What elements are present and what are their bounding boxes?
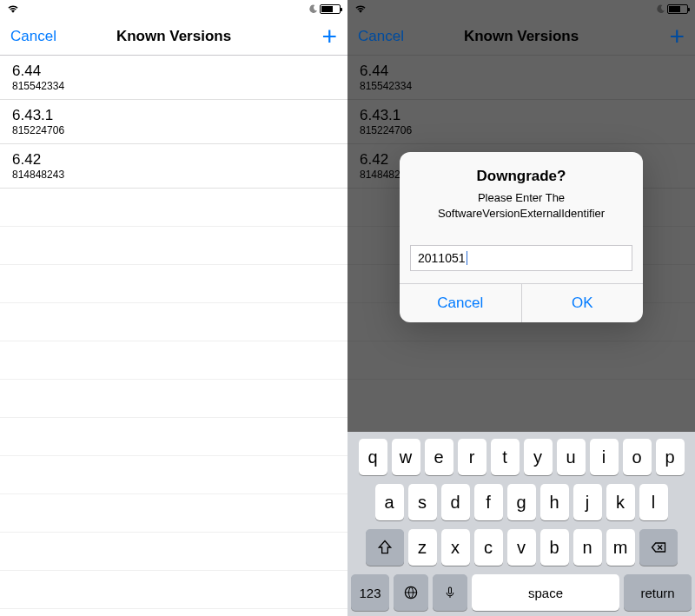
version-id: 815542334 (12, 80, 335, 94)
keyboard-row-2: a s d f g h j k l (351, 484, 692, 520)
svg-rect-1 (449, 587, 452, 594)
key-u[interactable]: u (557, 439, 586, 475)
key-b[interactable]: b (540, 529, 569, 566)
key-o[interactable]: o (623, 439, 652, 475)
empty-row (0, 533, 348, 571)
version-row[interactable]: 6.44 815542334 (0, 56, 348, 100)
version-id: 815224706 (12, 124, 335, 138)
empty-row (0, 341, 348, 380)
battery-icon (320, 4, 341, 14)
dnd-moon-icon (308, 4, 318, 14)
versions-list: 6.44 815542334 6.43.1 815224706 6.42 814… (0, 56, 348, 609)
key-c[interactable]: c (474, 529, 503, 566)
empty-row (0, 189, 348, 227)
key-a[interactable]: a (375, 484, 404, 520)
version-name: 6.44 (12, 63, 335, 80)
key-j[interactable]: j (573, 484, 602, 520)
key-z[interactable]: z (408, 529, 437, 566)
key-m[interactable]: m (606, 529, 635, 566)
empty-row (0, 303, 348, 341)
key-f[interactable]: f (474, 484, 503, 520)
numbers-key[interactable]: 123 (351, 574, 389, 611)
key-h[interactable]: h (540, 484, 569, 520)
empty-row (0, 571, 348, 609)
key-w[interactable]: w (392, 439, 420, 475)
key-e[interactable]: e (425, 439, 453, 475)
version-name: 6.43.1 (12, 107, 335, 124)
version-name: 6.42 (12, 151, 335, 169)
version-row[interactable]: 6.42 814848243 (0, 144, 348, 189)
globe-key[interactable] (394, 574, 428, 611)
alert-cancel-button[interactable]: Cancel (400, 284, 521, 322)
alert-message: Please Enter The SoftwareVersionExternal… (414, 190, 629, 221)
empty-row (0, 227, 348, 265)
cancel-button[interactable]: Cancel (10, 28, 56, 45)
alert-input-value: 2011051 (418, 251, 466, 265)
key-l[interactable]: l (639, 484, 668, 520)
key-k[interactable]: k (606, 484, 635, 520)
key-s[interactable]: s (408, 484, 437, 520)
empty-row (0, 418, 348, 456)
key-v[interactable]: v (507, 529, 536, 566)
alert-ok-button[interactable]: OK (521, 284, 644, 322)
dictation-key[interactable] (433, 574, 467, 611)
shift-key[interactable] (366, 529, 404, 566)
empty-row (0, 494, 348, 533)
keyboard-row-1: q w e r t y u i o p (351, 439, 692, 475)
key-i[interactable]: i (590, 439, 619, 475)
page-title: Known Versions (116, 28, 231, 45)
keyboard-row-3: z x c v b n m (351, 529, 692, 566)
empty-row (0, 265, 348, 303)
screen-left: Cancel Known Versions + 6.44 815542334 6… (0, 0, 348, 616)
nav-bar: Cancel Known Versions + (0, 17, 348, 56)
empty-row (0, 380, 348, 418)
keyboard: q w e r t y u i o p a s d f g h j k l z (348, 432, 695, 616)
key-y[interactable]: y (524, 439, 553, 475)
key-g[interactable]: g (507, 484, 536, 520)
alert-input[interactable]: 2011051 (410, 245, 632, 271)
key-r[interactable]: r (458, 439, 486, 475)
key-x[interactable]: x (441, 529, 470, 566)
text-caret (467, 251, 467, 265)
keyboard-row-4: 123 space return (351, 574, 692, 611)
empty-row (0, 456, 348, 494)
return-key[interactable]: return (624, 574, 692, 611)
key-d[interactable]: d (441, 484, 470, 520)
add-button[interactable]: + (321, 23, 337, 50)
wifi-icon (7, 4, 19, 14)
alert-title: Downgrade? (414, 168, 629, 185)
key-p[interactable]: p (656, 439, 685, 475)
key-t[interactable]: t (491, 439, 520, 475)
status-bar (0, 0, 348, 17)
version-row[interactable]: 6.43.1 815224706 (0, 100, 348, 144)
version-id: 814848243 (12, 169, 335, 182)
key-q[interactable]: q (359, 439, 387, 475)
space-key[interactable]: space (472, 574, 619, 611)
screen-right: Cancel Known Versions + 6.44 815542334 6… (348, 0, 695, 616)
key-n[interactable]: n (573, 529, 602, 566)
downgrade-alert: Downgrade? Please Enter The SoftwareVers… (400, 152, 643, 322)
backspace-key[interactable] (639, 529, 678, 566)
